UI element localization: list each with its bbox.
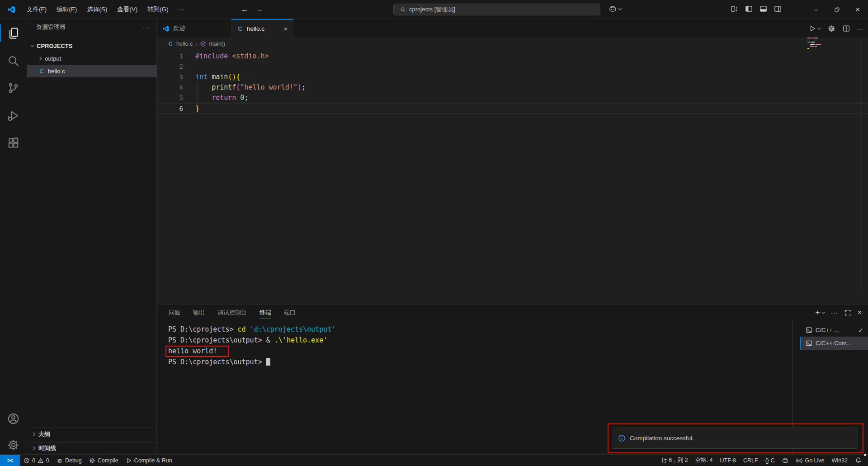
tab-hello-c[interactable]: C hello.c × bbox=[231, 19, 293, 38]
copilot-status-icon[interactable] bbox=[778, 455, 793, 466]
breadcrumb[interactable]: C hello.c › main() bbox=[157, 38, 868, 50]
compile-status[interactable]: Compile bbox=[85, 455, 122, 466]
sidebar-item-search[interactable] bbox=[0, 49, 27, 72]
indentation-status[interactable]: 空格: 4 bbox=[692, 455, 717, 466]
timeline-section[interactable]: 时间线 bbox=[27, 442, 157, 454]
menu-overflow[interactable]: ··· bbox=[174, 6, 190, 13]
code-line[interactable]: 1#include <stdio.h> bbox=[157, 51, 868, 62]
code-text: return 0; bbox=[195, 93, 248, 103]
sidebar-item-run-debug[interactable] bbox=[0, 104, 27, 127]
settings-gear-icon[interactable] bbox=[0, 433, 27, 456]
account-icon[interactable] bbox=[0, 407, 27, 430]
sidebar-item-source-control[interactable] bbox=[0, 76, 27, 99]
compile-run-status[interactable]: Compile & Run bbox=[122, 455, 176, 466]
command-center-search[interactable]: cprojects [管理员] bbox=[393, 4, 600, 15]
extension-gear-icon[interactable] bbox=[828, 25, 835, 33]
c-file-icon: C bbox=[38, 68, 45, 75]
menu-file[interactable]: 文件(F) bbox=[22, 3, 52, 16]
menu-selection[interactable]: 选择(S) bbox=[82, 3, 112, 16]
menu-goto[interactable]: 转到(G) bbox=[142, 3, 174, 16]
tab-debug-console[interactable]: 调试控制台 bbox=[217, 304, 247, 321]
forward-arrow-icon[interactable]: → bbox=[253, 3, 266, 16]
split-editor-icon[interactable] bbox=[843, 25, 850, 32]
line-number: 4 bbox=[157, 82, 195, 93]
platform-status[interactable]: Win32 bbox=[828, 455, 851, 466]
more-actions-icon[interactable]: ··· bbox=[857, 25, 864, 32]
vscode-logo-icon bbox=[7, 5, 15, 14]
copilot-button[interactable] bbox=[609, 5, 621, 13]
symbol-cube-icon bbox=[200, 41, 206, 47]
line-number: 5 bbox=[157, 93, 195, 103]
terminal-name: C/C++ ... bbox=[816, 327, 839, 333]
close-tab-icon[interactable]: × bbox=[284, 25, 288, 33]
tab-bar: 欢迎 C hello.c × bbox=[157, 19, 868, 38]
terminal-list-item[interactable]: C/C++ Com... bbox=[800, 337, 868, 350]
outline-section[interactable]: 大纲 bbox=[27, 428, 157, 440]
toggle-sidebar-icon[interactable] bbox=[745, 5, 753, 13]
code-line[interactable]: 6} bbox=[157, 103, 868, 114]
toggle-panel-icon[interactable] bbox=[760, 5, 767, 13]
notification-toast[interactable]: Compilation successful. bbox=[612, 428, 858, 449]
run-button[interactable] bbox=[809, 25, 821, 32]
code-line[interactable]: 2 bbox=[157, 62, 868, 72]
tree-item-output[interactable]: output bbox=[27, 52, 157, 65]
more-actions-icon[interactable]: ··· bbox=[831, 309, 838, 316]
check-icon: ✓ bbox=[858, 327, 863, 334]
remote-indicator[interactable]: >< bbox=[0, 455, 20, 466]
minimap[interactable] bbox=[807, 38, 823, 50]
minimize-button[interactable]: − bbox=[806, 0, 826, 19]
breadcrumb-symbol[interactable]: main() bbox=[209, 41, 225, 47]
code-line[interactable]: 3int main(){ bbox=[157, 72, 868, 82]
tab-label: hello.c bbox=[247, 25, 264, 32]
info-icon bbox=[618, 434, 626, 442]
activity-bar bbox=[0, 19, 27, 454]
debug-status[interactable]: Debug bbox=[53, 455, 85, 466]
terminal-icon bbox=[806, 327, 812, 333]
c-file-icon: C bbox=[237, 25, 243, 32]
close-panel-icon[interactable]: × bbox=[858, 309, 862, 317]
outline-label: 大纲 bbox=[38, 430, 50, 438]
customize-layout-icon[interactable] bbox=[731, 5, 738, 13]
restore-button[interactable] bbox=[826, 0, 847, 19]
new-terminal-button[interactable]: + bbox=[816, 308, 825, 317]
back-arrow-icon[interactable]: ← bbox=[238, 3, 251, 16]
sidebar-more-actions[interactable]: ··· bbox=[143, 24, 150, 31]
terminal-line: hello world! bbox=[168, 346, 335, 357]
problems-status[interactable]: 0 0 bbox=[20, 455, 53, 466]
maximize-panel-icon[interactable] bbox=[844, 309, 851, 316]
toggle-secondary-sidebar-icon[interactable] bbox=[774, 5, 782, 13]
line-number: 2 bbox=[157, 62, 195, 72]
chevron-down-icon bbox=[618, 6, 622, 10]
tab-ports[interactable]: 端口 bbox=[284, 304, 296, 321]
cursor-position-status[interactable]: 行 6，列 2 bbox=[658, 455, 691, 466]
tab-welcome[interactable]: 欢迎 bbox=[157, 19, 231, 38]
folder-label: output bbox=[45, 55, 61, 62]
breadcrumb-file[interactable]: hello.c bbox=[176, 41, 193, 47]
line-number: 1 bbox=[157, 51, 195, 62]
tab-terminal[interactable]: 终端 bbox=[259, 304, 271, 321]
menu-edit[interactable]: 编辑(E) bbox=[52, 3, 82, 16]
overview-ruler bbox=[860, 38, 861, 291]
notifications-bell-icon[interactable] bbox=[851, 455, 865, 466]
chevron-right-icon bbox=[38, 57, 42, 60]
warning-count: 0 bbox=[46, 457, 49, 464]
close-window-button[interactable]: × bbox=[847, 0, 868, 19]
tree-root-cprojects[interactable]: CPROJECTS bbox=[27, 39, 157, 52]
notification-dot bbox=[864, 454, 866, 456]
encoding-status[interactable]: UTF-8 bbox=[717, 455, 740, 466]
tab-problems[interactable]: 问题 bbox=[169, 304, 180, 321]
terminal-output[interactable]: PS D:\cprojects> cd 'd:\cprojects\output… bbox=[168, 324, 335, 367]
sidebar-item-explorer[interactable] bbox=[0, 22, 27, 44]
code-line[interactable]: 4 printf("hello world!"); bbox=[157, 82, 868, 93]
menu-view[interactable]: 查看(V) bbox=[112, 3, 142, 16]
chevron-right-icon bbox=[32, 432, 35, 436]
terminal-list-item[interactable]: C/C++ ... ✓ bbox=[800, 323, 868, 337]
go-live-status[interactable]: Go Live bbox=[793, 455, 828, 466]
code-lines: 1#include <stdio.h>23int main(){4 printf… bbox=[157, 51, 868, 114]
eol-status[interactable]: CRLF bbox=[740, 455, 762, 466]
code-line[interactable]: 5 return 0; bbox=[157, 93, 868, 103]
tab-output[interactable]: 输出 bbox=[193, 304, 205, 321]
language-status[interactable]: {} C bbox=[762, 455, 778, 466]
sidebar-item-extensions[interactable] bbox=[0, 131, 27, 154]
tree-item-hello-c[interactable]: C hello.c bbox=[27, 65, 157, 77]
